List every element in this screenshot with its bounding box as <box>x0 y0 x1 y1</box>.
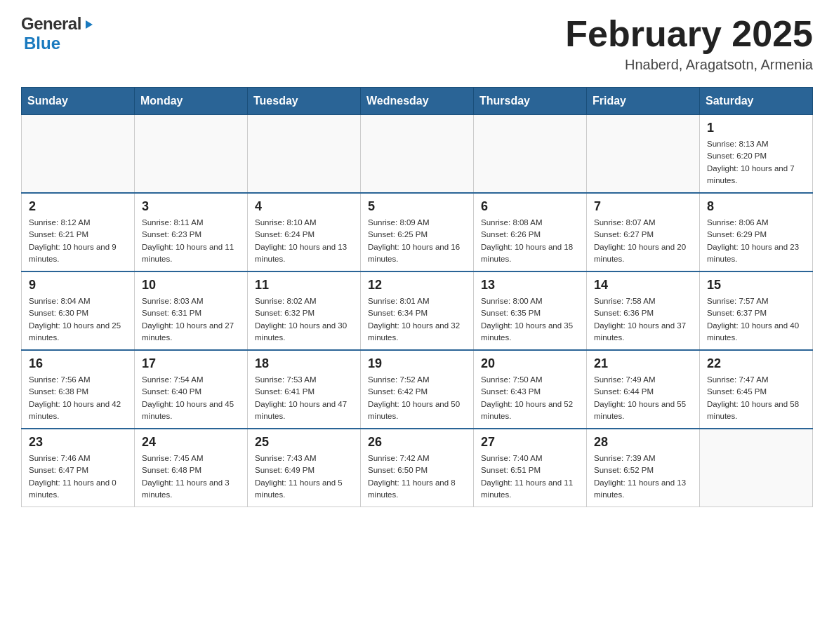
day-info: Sunrise: 8:06 AMSunset: 6:29 PMDaylight:… <box>707 217 805 265</box>
day-info: Sunrise: 7:54 AMSunset: 6:40 PMDaylight:… <box>142 374 240 422</box>
day-number: 11 <box>255 278 353 293</box>
table-row: 6Sunrise: 8:08 AMSunset: 6:26 PMDaylight… <box>474 193 587 271</box>
table-row: 12Sunrise: 8:01 AMSunset: 6:34 PMDayligh… <box>361 271 474 350</box>
logo-arrow-icon <box>83 18 95 31</box>
table-row: 28Sunrise: 7:39 AMSunset: 6:52 PMDayligh… <box>587 429 700 507</box>
day-info: Sunrise: 7:49 AMSunset: 6:44 PMDaylight:… <box>594 374 692 422</box>
day-number: 23 <box>29 435 127 450</box>
day-number: 22 <box>707 356 805 371</box>
table-row: 19Sunrise: 7:52 AMSunset: 6:42 PMDayligh… <box>361 350 474 429</box>
day-info: Sunrise: 8:12 AMSunset: 6:21 PMDaylight:… <box>29 217 127 265</box>
day-number: 27 <box>481 435 579 450</box>
day-info: Sunrise: 7:58 AMSunset: 6:36 PMDaylight:… <box>594 295 692 344</box>
day-info: Sunrise: 7:40 AMSunset: 6:51 PMDaylight:… <box>481 452 579 501</box>
day-info: Sunrise: 7:50 AMSunset: 6:43 PMDaylight:… <box>481 374 579 422</box>
location-subtitle: Hnaberd, Aragatsotn, Armenia <box>565 57 813 73</box>
day-number: 28 <box>594 435 692 450</box>
calendar-week-row: 9Sunrise: 8:04 AMSunset: 6:30 PMDaylight… <box>22 271 813 350</box>
table-row: 14Sunrise: 7:58 AMSunset: 6:36 PMDayligh… <box>587 271 700 350</box>
day-info: Sunrise: 8:08 AMSunset: 6:26 PMDaylight:… <box>481 217 579 265</box>
table-row: 22Sunrise: 7:47 AMSunset: 6:45 PMDayligh… <box>700 350 813 429</box>
svg-marker-0 <box>86 20 93 29</box>
col-friday: Friday <box>587 88 700 115</box>
day-number: 25 <box>255 435 353 450</box>
table-row: 3Sunrise: 8:11 AMSunset: 6:23 PMDaylight… <box>135 193 248 271</box>
day-info: Sunrise: 8:09 AMSunset: 6:25 PMDaylight:… <box>368 217 466 265</box>
calendar-week-row: 16Sunrise: 7:56 AMSunset: 6:38 PMDayligh… <box>22 350 813 429</box>
day-number: 16 <box>29 356 127 371</box>
day-info: Sunrise: 8:01 AMSunset: 6:34 PMDaylight:… <box>368 295 466 344</box>
day-number: 1 <box>707 121 805 135</box>
day-number: 24 <box>142 435 240 450</box>
day-info: Sunrise: 7:43 AMSunset: 6:49 PMDaylight:… <box>255 452 353 501</box>
month-title: February 2025 <box>565 14 813 54</box>
day-number: 5 <box>368 199 466 214</box>
day-info: Sunrise: 8:03 AMSunset: 6:31 PMDaylight:… <box>142 295 240 344</box>
calendar-header-row: Sunday Monday Tuesday Wednesday Thursday… <box>22 88 813 115</box>
day-number: 2 <box>29 199 127 214</box>
table-row: 8Sunrise: 8:06 AMSunset: 6:29 PMDaylight… <box>700 193 813 271</box>
day-number: 26 <box>368 435 466 450</box>
table-row: 11Sunrise: 8:02 AMSunset: 6:32 PMDayligh… <box>248 271 361 350</box>
day-info: Sunrise: 8:00 AMSunset: 6:35 PMDaylight:… <box>481 295 579 344</box>
table-row: 15Sunrise: 7:57 AMSunset: 6:37 PMDayligh… <box>700 271 813 350</box>
table-row: 26Sunrise: 7:42 AMSunset: 6:50 PMDayligh… <box>361 429 474 507</box>
page-header: General Blue February 2025 Hnaberd, Arag… <box>21 14 813 73</box>
day-number: 10 <box>142 278 240 293</box>
day-number: 19 <box>368 356 466 371</box>
table-row: 21Sunrise: 7:49 AMSunset: 6:44 PMDayligh… <box>587 350 700 429</box>
day-number: 8 <box>707 199 805 214</box>
day-info: Sunrise: 8:11 AMSunset: 6:23 PMDaylight:… <box>142 217 240 265</box>
table-row <box>135 115 248 194</box>
day-number: 4 <box>255 199 353 214</box>
col-thursday: Thursday <box>474 88 587 115</box>
day-number: 12 <box>368 278 466 293</box>
table-row <box>474 115 587 194</box>
logo-blue-text: Blue <box>24 34 60 53</box>
day-info: Sunrise: 7:47 AMSunset: 6:45 PMDaylight:… <box>707 374 805 422</box>
day-number: 20 <box>481 356 579 371</box>
day-info: Sunrise: 8:02 AMSunset: 6:32 PMDaylight:… <box>255 295 353 344</box>
day-info: Sunrise: 7:45 AMSunset: 6:48 PMDaylight:… <box>142 452 240 501</box>
table-row: 1Sunrise: 8:13 AMSunset: 6:20 PMDaylight… <box>700 115 813 194</box>
calendar-table: Sunday Monday Tuesday Wednesday Thursday… <box>21 87 813 507</box>
day-number: 6 <box>481 199 579 214</box>
table-row <box>587 115 700 194</box>
day-number: 17 <box>142 356 240 371</box>
day-info: Sunrise: 8:04 AMSunset: 6:30 PMDaylight:… <box>29 295 127 344</box>
table-row: 20Sunrise: 7:50 AMSunset: 6:43 PMDayligh… <box>474 350 587 429</box>
table-row: 5Sunrise: 8:09 AMSunset: 6:25 PMDaylight… <box>361 193 474 271</box>
day-number: 7 <box>594 199 692 214</box>
col-tuesday: Tuesday <box>248 88 361 115</box>
table-row: 16Sunrise: 7:56 AMSunset: 6:38 PMDayligh… <box>22 350 135 429</box>
table-row: 10Sunrise: 8:03 AMSunset: 6:31 PMDayligh… <box>135 271 248 350</box>
day-info: Sunrise: 8:10 AMSunset: 6:24 PMDaylight:… <box>255 217 353 265</box>
day-number: 21 <box>594 356 692 371</box>
table-row: 18Sunrise: 7:53 AMSunset: 6:41 PMDayligh… <box>248 350 361 429</box>
day-number: 3 <box>142 199 240 214</box>
day-info: Sunrise: 8:13 AMSunset: 6:20 PMDaylight:… <box>707 138 805 187</box>
calendar-week-row: 2Sunrise: 8:12 AMSunset: 6:21 PMDaylight… <box>22 193 813 271</box>
table-row <box>248 115 361 194</box>
title-block: February 2025 Hnaberd, Aragatsotn, Armen… <box>565 14 813 73</box>
day-info: Sunrise: 7:52 AMSunset: 6:42 PMDaylight:… <box>368 374 466 422</box>
day-info: Sunrise: 7:42 AMSunset: 6:50 PMDaylight:… <box>368 452 466 501</box>
table-row: 24Sunrise: 7:45 AMSunset: 6:48 PMDayligh… <box>135 429 248 507</box>
table-row <box>700 429 813 507</box>
logo-general-text: General <box>21 14 81 34</box>
day-info: Sunrise: 7:57 AMSunset: 6:37 PMDaylight:… <box>707 295 805 344</box>
day-info: Sunrise: 7:53 AMSunset: 6:41 PMDaylight:… <box>255 374 353 422</box>
calendar-week-row: 1Sunrise: 8:13 AMSunset: 6:20 PMDaylight… <box>22 115 813 194</box>
table-row: 17Sunrise: 7:54 AMSunset: 6:40 PMDayligh… <box>135 350 248 429</box>
table-row: 9Sunrise: 8:04 AMSunset: 6:30 PMDaylight… <box>22 271 135 350</box>
day-info: Sunrise: 7:39 AMSunset: 6:52 PMDaylight:… <box>594 452 692 501</box>
col-wednesday: Wednesday <box>361 88 474 115</box>
day-info: Sunrise: 7:46 AMSunset: 6:47 PMDaylight:… <box>29 452 127 501</box>
day-number: 14 <box>594 278 692 293</box>
table-row: 23Sunrise: 7:46 AMSunset: 6:47 PMDayligh… <box>22 429 135 507</box>
day-number: 18 <box>255 356 353 371</box>
col-sunday: Sunday <box>22 88 135 115</box>
calendar-week-row: 23Sunrise: 7:46 AMSunset: 6:47 PMDayligh… <box>22 429 813 507</box>
table-row <box>22 115 135 194</box>
day-info: Sunrise: 8:07 AMSunset: 6:27 PMDaylight:… <box>594 217 692 265</box>
